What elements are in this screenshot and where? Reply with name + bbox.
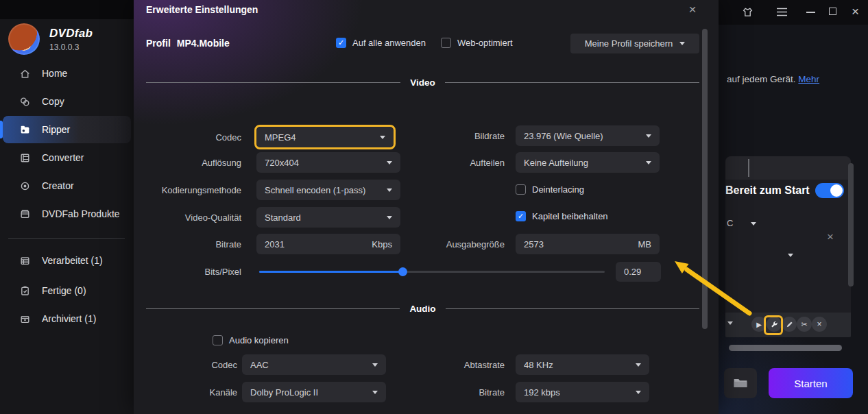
sample-rate-dropdown[interactable]: 48 KHz (516, 354, 649, 375)
slider-fill (259, 271, 402, 273)
sample-rate-label: Abtastrate (397, 360, 505, 370)
start-button[interactable]: Starten (769, 368, 853, 398)
split-value: Keine Aufteilung (524, 158, 646, 168)
dialog-scrollbar[interactable] (702, 29, 708, 329)
ready-toggle[interactable] (815, 183, 844, 198)
sidebar-item-dvdfab-produkte[interactable]: DVDFab Produkte (3, 200, 131, 228)
maximize-icon[interactable] (829, 8, 836, 15)
framerate-value: 23.976 (Wie Quelle) (524, 131, 646, 141)
resolution-dropdown[interactable]: 720x404 (256, 152, 400, 173)
profile-value: MP4.Mobile (177, 38, 230, 49)
vertical-scrollbar[interactable] (848, 163, 854, 287)
bits-pixel-slider[interactable] (259, 271, 605, 273)
audio-codec-label: Codec (147, 360, 237, 370)
output-folder-button[interactable] (724, 368, 757, 398)
apply-all-checkbox-row[interactable]: Auf alle anwenden (336, 38, 426, 48)
promo-text-label: auf jedem Gerät. (727, 74, 796, 84)
audio-codec-value: AAC (250, 360, 372, 370)
crop-scissors-icon[interactable]: ✂ (797, 317, 812, 332)
save-profile-label: Meine Profil speichern (585, 38, 673, 49)
play-icon[interactable]: ▶ (751, 317, 767, 332)
chevron-down-icon (679, 42, 685, 45)
sidebar-item-label: Converter (42, 152, 84, 163)
codec-row: Codec MPEG4 (147, 127, 394, 147)
archive-box-icon (19, 313, 31, 325)
dialog-close-icon[interactable]: × (682, 0, 703, 19)
deinterlacing-checkbox-row[interactable]: Deinterlacing (516, 184, 584, 195)
video-bitrate-label: Bitrate (147, 239, 241, 249)
skin-theme-icon[interactable] (741, 6, 754, 19)
codec-value: MPEG4 (265, 132, 380, 143)
chevron-down-icon[interactable] (727, 321, 733, 325)
checkbox-checked-icon[interactable] (516, 211, 526, 221)
menu-icon[interactable] (776, 8, 788, 16)
video-bitrate-input[interactable]: 2031 Kbps (256, 234, 400, 254)
audio-section-title: Audio (409, 304, 435, 314)
sidebar: DVDfab 13.0.0.3 Home Copy Ripper Convert… (0, 0, 134, 414)
chevron-down-icon (372, 391, 378, 394)
channels-row: Kanäle Dolby ProLogic II (147, 382, 386, 402)
video-section-divider: Video (146, 77, 699, 88)
split-dropdown[interactable]: Keine Aufteilung (516, 152, 660, 173)
web-optimized-checkbox-row[interactable]: Web-optimiert (441, 38, 513, 48)
sidebar-item-label: Copy (42, 96, 64, 107)
video-quality-dropdown[interactable]: Standard (256, 207, 400, 228)
window-close-icon[interactable]: × (852, 4, 859, 19)
sidebar-item-home[interactable]: Home (3, 60, 131, 87)
products-box-icon (19, 208, 31, 220)
copy-audio-checkbox-row[interactable]: Audio kopieren (213, 335, 289, 345)
ripper-icon (19, 124, 31, 136)
keep-chapters-checkbox-row[interactable]: Kapitel beibehalten (516, 211, 608, 221)
sidebar-item-archiviert[interactable]: Archiviert (1) (3, 305, 131, 332)
framerate-dropdown[interactable]: 23.976 (Wie Quelle) (516, 125, 660, 146)
sidebar-top-band (0, 0, 134, 19)
app-name: DVDfab (49, 27, 93, 40)
checkbox-unchecked-icon[interactable] (516, 184, 526, 195)
horizontal-scrollbar[interactable] (729, 345, 842, 351)
app-logo: DVDfab 13.0.0.3 (8, 19, 132, 59)
audio-bitrate-label: Bitrate (397, 387, 505, 398)
encoding-method-dropdown[interactable]: Schnell encoden (1-pass) (256, 180, 400, 200)
bits-pixel-input[interactable]: 0.29 (616, 262, 661, 282)
checkbox-checked-icon[interactable] (336, 38, 346, 48)
sample-rate-value: 48 KHz (524, 360, 636, 370)
sidebar-item-verarbeitet[interactable]: Verarbeitet (1) (3, 247, 131, 274)
audio-bitrate-dropdown[interactable]: 192 kbps (516, 382, 649, 402)
slider-knob[interactable] (398, 267, 407, 276)
copy-audio-label: Audio kopieren (229, 335, 289, 345)
chevron-down-icon[interactable] (751, 222, 756, 226)
checkbox-unchecked-icon[interactable] (213, 335, 223, 345)
minimize-icon[interactable] (806, 12, 815, 13)
checkbox-unchecked-icon[interactable] (441, 38, 451, 48)
sidebar-item-copy[interactable]: Copy (3, 88, 131, 115)
codec-dropdown[interactable]: MPEG4 (256, 127, 394, 147)
sidebar-item-fertige[interactable]: Fertige (0) (3, 277, 131, 304)
dvdfab-mascot-icon (8, 23, 40, 55)
delete-x-icon[interactable]: × (812, 317, 827, 332)
remove-item-icon[interactable]: × (827, 230, 834, 244)
sidebar-item-ripper[interactable]: Ripper (3, 116, 131, 143)
chevron-down-icon (380, 136, 385, 139)
more-link[interactable]: Mehr (798, 74, 819, 84)
advanced-settings-wrench-icon[interactable] (767, 317, 782, 332)
encoding-method-value: Schnell encoden (1-pass) (265, 185, 387, 195)
codec-label: Codec (147, 132, 241, 143)
audio-section-divider: Audio (146, 303, 699, 314)
finished-clipboard-icon (19, 285, 31, 297)
sidebar-item-creator[interactable]: Creator (3, 172, 131, 199)
folder-icon (733, 377, 748, 389)
processed-list-icon (19, 255, 31, 267)
encoding-method-label: Kodierungsmethode (147, 185, 241, 195)
framerate-row: Bildrate 23.976 (Wie Quelle) (397, 125, 660, 146)
framerate-label: Bildrate (397, 131, 505, 141)
channels-dropdown[interactable]: Dolby ProLogic II (242, 382, 386, 402)
sidebar-item-label: Ripper (42, 124, 70, 135)
save-profile-button[interactable]: Meine Profil speichern (570, 34, 699, 53)
chevron-down-icon[interactable] (788, 254, 793, 257)
audio-codec-dropdown[interactable]: AAC (242, 354, 386, 375)
edit-pen-icon[interactable] (782, 317, 797, 332)
sidebar-item-converter[interactable]: Converter (3, 144, 131, 171)
output-size-input[interactable]: 2573 MB (516, 234, 660, 254)
sidebar-item-label: Verarbeitet (1) (42, 255, 103, 266)
sidebar-item-label: Home (42, 68, 67, 79)
